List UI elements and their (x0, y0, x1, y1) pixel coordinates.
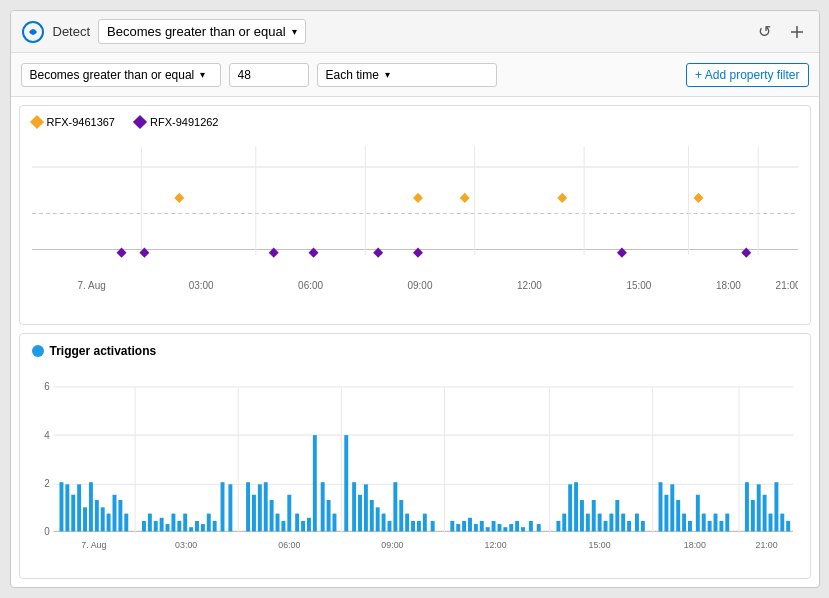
condition-dropdown[interactable]: Becomes greater than or equal ▾ (21, 63, 221, 87)
svg-rect-149 (688, 521, 692, 531)
svg-rect-68 (124, 514, 128, 532)
svg-rect-121 (491, 521, 495, 531)
svg-rect-141 (627, 521, 631, 531)
svg-rect-93 (301, 521, 305, 531)
legend-orange-dot-icon (29, 115, 43, 129)
detect-label: Detect (53, 24, 91, 39)
svg-rect-126 (521, 527, 525, 531)
svg-rect-123 (503, 527, 507, 531)
app-logo-icon (21, 20, 45, 44)
svg-text:6: 6 (44, 381, 50, 392)
svg-rect-125 (515, 521, 519, 531)
svg-text:7. Aug: 7. Aug (77, 280, 105, 291)
bar-chart-svg: 6 4 2 0 7. Aug 03:00 06 (32, 364, 798, 568)
svg-rect-117 (468, 518, 472, 532)
svg-rect-58 (65, 484, 69, 531)
frequency-dropdown[interactable]: Each time ▾ (317, 63, 497, 87)
legend-orange-label: RFX-9461367 (47, 116, 116, 128)
svg-rect-143 (640, 521, 644, 531)
svg-rect-140 (621, 514, 625, 532)
svg-text:12:00: 12:00 (484, 540, 506, 550)
threshold-input[interactable] (229, 63, 309, 87)
svg-rect-72 (159, 518, 163, 532)
add-property-filter-button[interactable]: + Add property filter (686, 63, 808, 87)
svg-text:21:00: 21:00 (755, 540, 777, 550)
svg-rect-150 (695, 495, 699, 532)
svg-rect-135 (591, 500, 595, 531)
scatter-legend: RFX-9461367 RFX-9491262 (32, 116, 798, 128)
svg-text:21:00: 21:00 (775, 280, 797, 291)
scatter-svg: 7. Aug 03:00 06:00 09:00 12:00 15:00 18:… (32, 136, 798, 296)
svg-rect-109 (405, 514, 409, 532)
svg-rect-142 (634, 514, 638, 532)
svg-rect-86 (257, 484, 261, 531)
svg-marker-21 (174, 193, 184, 203)
svg-rect-64 (100, 507, 104, 531)
svg-rect-92 (295, 514, 299, 532)
frequency-dropdown-text: Each time (326, 68, 379, 82)
svg-rect-71 (153, 521, 157, 531)
condition-dropdown-chevron-icon: ▾ (200, 69, 205, 80)
svg-rect-95 (312, 435, 316, 531)
svg-rect-137 (603, 521, 607, 531)
svg-rect-80 (206, 514, 210, 532)
svg-rect-148 (682, 514, 686, 532)
header-condition-dropdown[interactable]: Becomes greater than or equal ▾ (98, 19, 306, 44)
svg-rect-155 (725, 514, 729, 532)
svg-rect-162 (780, 514, 784, 532)
svg-rect-66 (112, 495, 116, 532)
svg-rect-87 (263, 482, 267, 531)
svg-rect-128 (536, 524, 540, 531)
svg-rect-67 (118, 500, 122, 531)
svg-marker-22 (413, 193, 423, 203)
svg-rect-106 (387, 521, 391, 531)
header-icons: ↺ (753, 20, 809, 44)
svg-rect-83 (228, 484, 232, 531)
settings-icon[interactable] (785, 20, 809, 44)
svg-text:18:00: 18:00 (683, 540, 705, 550)
svg-rect-116 (462, 521, 466, 531)
svg-rect-131 (568, 484, 572, 531)
legend-item-orange: RFX-9461367 (32, 116, 116, 128)
svg-rect-159 (762, 495, 766, 532)
scatter-chart: RFX-9461367 RFX-9491262 7. Aug 03:00 06:… (19, 105, 811, 325)
svg-rect-102 (363, 484, 367, 531)
svg-rect-138 (609, 514, 613, 532)
svg-marker-25 (693, 193, 703, 203)
svg-rect-76 (183, 514, 187, 532)
svg-text:4: 4 (44, 430, 50, 441)
svg-text:09:00: 09:00 (381, 540, 403, 550)
svg-rect-90 (281, 521, 285, 531)
condition-dropdown-text: Becomes greater than or equal (30, 68, 195, 82)
svg-text:15:00: 15:00 (588, 540, 610, 550)
svg-rect-97 (326, 500, 330, 531)
header-condition-text: Becomes greater than or equal (107, 24, 286, 39)
svg-rect-75 (177, 521, 181, 531)
svg-rect-99 (344, 435, 348, 531)
svg-text:15:00: 15:00 (626, 280, 651, 291)
header-bar: Detect Becomes greater than or equal ▾ ↺ (11, 11, 819, 53)
svg-rect-61 (83, 507, 87, 531)
svg-rect-89 (275, 514, 279, 532)
svg-rect-63 (94, 500, 98, 531)
svg-rect-152 (707, 521, 711, 531)
svg-rect-88 (269, 500, 273, 531)
svg-rect-160 (768, 514, 772, 532)
svg-rect-157 (750, 500, 754, 531)
bar-legend-dot-icon (32, 345, 44, 357)
svg-text:06:00: 06:00 (298, 280, 323, 291)
svg-rect-100 (352, 482, 356, 531)
svg-rect-130 (562, 514, 566, 532)
bar-chart: Trigger activations 6 4 2 0 (19, 333, 811, 579)
svg-rect-113 (430, 521, 434, 531)
svg-text:0: 0 (44, 525, 50, 536)
svg-text:09:00: 09:00 (407, 280, 432, 291)
svg-rect-111 (416, 521, 420, 531)
svg-text:12:00: 12:00 (516, 280, 541, 291)
svg-rect-73 (165, 524, 169, 531)
svg-rect-122 (497, 524, 501, 531)
svg-text:06:00: 06:00 (278, 540, 300, 550)
svg-rect-120 (485, 527, 489, 531)
refresh-icon[interactable]: ↺ (753, 20, 777, 44)
header-dropdown-chevron-icon: ▾ (292, 26, 297, 37)
